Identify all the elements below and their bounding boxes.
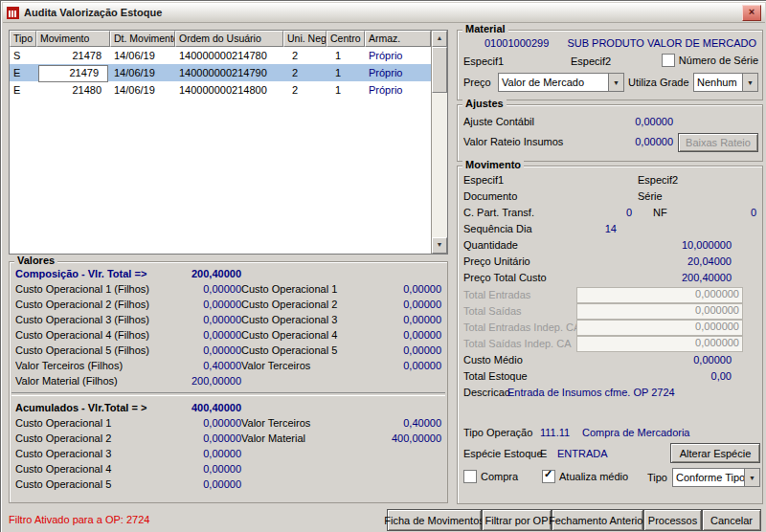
column-header-3[interactable]: Ordem do Usuário [175, 31, 283, 47]
compra-label: Compra [481, 471, 518, 482]
compra-checkbox[interactable]: Compra [463, 470, 518, 483]
column-header-5[interactable]: Centro [327, 31, 365, 47]
compra-checkbox-box [463, 470, 477, 483]
table-cell: 1 [327, 64, 365, 82]
valores-value [364, 477, 441, 492]
valores-label: Custo Operacional 3 [15, 446, 161, 461]
tipo-label: Tipo [647, 472, 667, 483]
movimento-group-title: Movimento [462, 159, 524, 170]
nf-label: NF [653, 207, 667, 218]
chevron-down-icon[interactable]: ▼ [742, 74, 757, 91]
processos-button[interactable]: Processos [643, 509, 702, 531]
valores-row: Custo Operacional 30,00000 [10, 446, 447, 461]
valores-label [241, 373, 364, 388]
atualiza-medio-checkbox[interactable]: ✓ Atualiza médio [542, 470, 628, 483]
valores-value: 0,00000 [161, 431, 241, 446]
material-group-title: Material [462, 23, 508, 34]
close-button[interactable]: × [742, 5, 761, 21]
material-group: Material 01001000299 SUB PRODUTO VALOR D… [457, 30, 763, 100]
valores-label: Custo Operacional 4 (Filhos) [15, 327, 161, 343]
tipo-combo[interactable]: Conforme Tipo ▼ [672, 468, 760, 487]
ajustes-group: Ajustes Ajuste Contábil 0,00000 Valor Ra… [457, 104, 763, 162]
scroll-down-icon: ▼ [437, 241, 443, 248]
valores-value: 0,00000 [161, 477, 241, 492]
valores-row: Custo Operacional 4 (Filhos)0,00000Custo… [10, 327, 447, 343]
chevron-down-icon[interactable]: ▼ [608, 74, 623, 91]
fechamento-anterior-button[interactable]: Fechamento Anterior [552, 509, 643, 531]
especie-estoque-code: E [540, 448, 547, 459]
material-especif1-label: Especif1 [463, 55, 504, 67]
alterar-especie-button[interactable]: Alterar Espécie [670, 443, 760, 463]
scroll-down-button[interactable]: ▼ [432, 237, 447, 254]
table-row[interactable]: E2147914/06/1914000000021479021Próprio [10, 64, 431, 81]
custo-medio-value: 0,00000 [630, 354, 732, 366]
table-cell: 21478 [36, 47, 110, 64]
valores-label: Custo Operacional 5 [15, 477, 161, 492]
scroll-thumb[interactable] [432, 47, 447, 93]
table-cell: 1 [327, 81, 365, 99]
valor-rateio-label: Valor Rateio Insumos [463, 136, 563, 147]
utiliza-grade-combo[interactable]: Nenhum ▼ [693, 73, 758, 92]
filtrar-por-op-button[interactable]: Filtrar por OP [482, 509, 552, 531]
valores-label: Custo Operacional 3 (Filhos) [15, 312, 161, 327]
table-cell: Próprio [365, 64, 431, 82]
table-cell: 2 [283, 64, 327, 82]
movements-grid[interactable]: TipoMovimentoDt. MovimentoOrdem do Usuár… [9, 30, 448, 255]
scroll-up-icon: ▲ [437, 34, 443, 41]
total-entradas-label: Total Entradas [463, 289, 530, 300]
column-header-6[interactable]: Armaz. [365, 31, 431, 47]
column-header-1[interactable]: Movimento [36, 31, 110, 47]
chevron-down-icon[interactable]: ▼ [744, 469, 759, 486]
descricao-value: Entrada de Insumos cfme. OP 2724 [507, 387, 675, 398]
acumulados-label: Acumulados - Vlr.Total = > [15, 400, 161, 415]
valores-label: Valor Material (Filhos) [15, 373, 161, 388]
table-row[interactable]: E2148014/06/1914000000021480021Próprio [10, 81, 431, 99]
table-cell: Próprio [365, 81, 431, 99]
valores-group: Valores Composição - Vlr. Total => 200,4… [9, 261, 448, 503]
utiliza-grade-value: Nenhum [694, 77, 742, 88]
column-header-0[interactable]: Tipo [10, 31, 36, 47]
movimento-edit-input[interactable]: 21479 [38, 65, 108, 82]
table-cell: 21480 [36, 81, 110, 99]
check-icon: ✓ [544, 468, 552, 480]
valores-label: Custo Operacional 5 [241, 343, 364, 358]
numero-serie-checkbox-box [662, 54, 675, 67]
preco-total-value: 200,40000 [630, 272, 732, 283]
numero-serie-label: Número de Série [679, 55, 758, 66]
preco-label: Preço [463, 77, 491, 88]
acumulados-total: 400,40000 [161, 400, 241, 415]
numero-serie-checkbox[interactable]: Número de Série [662, 54, 758, 67]
filter-active-note: Filtro Ativado para a OP: 2724 [9, 514, 149, 525]
valores-row: Valor Terceiros (Filhos)0,40000Valor Ter… [10, 358, 447, 373]
utiliza-grade-label: Utiliza Grade [628, 77, 689, 88]
table-cell: 140000000214790 [175, 64, 283, 82]
cancelar-button[interactable]: Cancelar [702, 509, 761, 531]
total-saidas-indep-label: Total Saídas Indep. CA [463, 338, 572, 349]
valores-row: Custo Operacional 3 (Filhos)0,00000Custo… [10, 312, 447, 327]
ficha-movimentos-button[interactable]: Ficha de Movimentos [387, 509, 482, 531]
valores-value: 0,00000 [161, 327, 241, 343]
valores-divider [11, 392, 445, 396]
baixas-rateio-button: Baixas Rateio [678, 133, 758, 152]
vertical-scrollbar[interactable]: ▲ ▼ [431, 31, 447, 254]
scroll-track[interactable] [432, 93, 447, 237]
table-cell: 140000000214800 [175, 81, 283, 99]
total-estoque-value: 0,00 [630, 370, 732, 382]
valores-value: 0,00000 [161, 343, 241, 358]
title-bar[interactable]: Audita Valorização Estoque × [3, 3, 765, 23]
column-header-4[interactable]: Uni. Neg. [283, 31, 327, 47]
column-header-2[interactable]: Dt. Movimento [110, 31, 175, 47]
table-row[interactable]: S2147814/06/1914000000021478021Próprio [10, 47, 431, 64]
valores-label: Valor Terceiros (Filhos) [15, 358, 161, 373]
total-saidas-indep-field: 0,000000 [576, 336, 743, 352]
table-cell: 2 [283, 81, 327, 99]
movements-body[interactable]: S2147814/06/1914000000021478021PróprioE2… [10, 47, 431, 254]
valores-label: Custo Operacional 1 [241, 281, 364, 297]
valores-label: Custo Operacional 4 [15, 461, 161, 477]
scroll-up-button[interactable]: ▲ [432, 31, 447, 47]
valores-label [241, 461, 364, 477]
c-part-value: 0 [573, 207, 632, 218]
dialog-window: Audita Valorização Estoque × TipoMovimen… [0, 0, 766, 532]
valor-rateio-value: 0,00000 [553, 136, 673, 147]
preco-combo[interactable]: Valor de Mercado ▼ [498, 73, 624, 92]
